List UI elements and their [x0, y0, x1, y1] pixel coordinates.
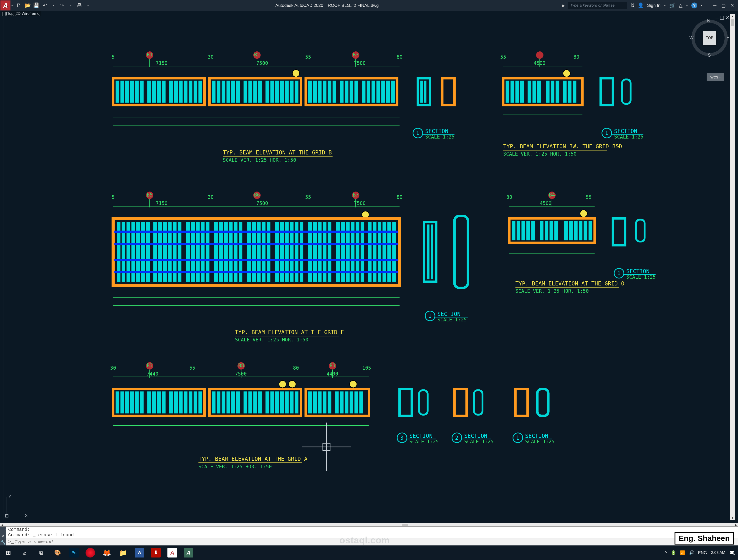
- svg-text:7500: 7500: [256, 60, 268, 66]
- explorer-app-icon[interactable]: 📁: [118, 548, 128, 557]
- svg-rect-173: [564, 221, 568, 240]
- help-icon[interactable]: ?: [691, 3, 697, 8]
- user-icon[interactable]: 👤: [638, 3, 644, 8]
- app-logo[interactable]: A: [0, 0, 10, 10]
- start-button[interactable]: ⊞: [4, 548, 13, 557]
- cmd-close-icon[interactable]: ×: [2, 534, 5, 538]
- faded-brand-label: ostaql.com: [339, 535, 390, 545]
- autocad-alt-app-icon[interactable]: A: [184, 548, 194, 557]
- svg-text:80: 80: [397, 194, 403, 200]
- svg-text:1: 1: [617, 270, 621, 276]
- svg-point-201: [289, 381, 296, 388]
- open-file-icon[interactable]: 📂: [24, 2, 31, 9]
- svg-rect-66: [622, 79, 631, 104]
- svg-point-162: [580, 210, 587, 217]
- svg-text:B7: B7: [353, 192, 359, 198]
- svg-text:5: 5: [112, 54, 115, 60]
- volume-icon[interactable]: 🔊: [689, 550, 694, 555]
- svg-text:SECTION: SECTION: [525, 433, 548, 439]
- viewcube-north[interactable]: N: [707, 18, 710, 23]
- svg-rect-164: [512, 221, 515, 240]
- svg-text:3: 3: [400, 435, 404, 441]
- print-icon[interactable]: 🖶: [75, 2, 83, 9]
- svg-text:5: 5: [112, 194, 115, 200]
- svg-text:80: 80: [574, 54, 580, 60]
- redo-icon[interactable]: ↷: [58, 2, 66, 9]
- drawing-canvas[interactable]: ─ ❐ ✕ ▲ ▼: [0, 11, 738, 523]
- taskbar-clock[interactable]: 2:03 AM: [711, 550, 725, 555]
- svg-text:4500: 4500: [540, 200, 552, 206]
- app-store-icon[interactable]: △: [679, 3, 683, 8]
- a360-icon[interactable]: ⇅: [630, 3, 635, 8]
- svg-rect-56: [520, 81, 524, 103]
- command-placeholder: Type a command: [15, 539, 53, 545]
- sign-in-label[interactable]: Sign In: [647, 3, 660, 8]
- title-center: Autodesk AutoCAD 2020 ROOF BLG.#2 FINAL.…: [92, 3, 562, 8]
- svg-text:SCALE     1:25: SCALE 1:25: [626, 274, 656, 280]
- word-app-icon[interactable]: W: [135, 548, 144, 557]
- save-file-icon[interactable]: 💾: [32, 2, 40, 9]
- acrobat-app-icon[interactable]: ⬇: [151, 548, 160, 557]
- hscroll-right-icon[interactable]: ▶: [734, 523, 738, 527]
- cmd-settings-icon[interactable]: 🔧: [1, 540, 6, 545]
- hscroll-thumb[interactable]: [402, 524, 408, 526]
- svg-rect-209: [335, 392, 339, 413]
- notifications-icon[interactable]: 💬5: [729, 550, 734, 555]
- help-caret-icon[interactable]: ▼: [700, 4, 703, 7]
- firefox-app-icon[interactable]: 🦊: [102, 548, 111, 557]
- svg-text:SCALE     1:25: SCALE 1:25: [425, 134, 454, 140]
- language-indicator[interactable]: ENG: [698, 550, 707, 555]
- svg-rect-165: [517, 221, 520, 240]
- svg-text:SCALE VER. 1:25 HOR. 1:50: SCALE VER. 1:25 HOR. 1:50: [515, 288, 589, 294]
- svg-text:SCALE VER. 1:25 HOR. 1:50: SCALE VER. 1:25 HOR. 1:50: [503, 151, 577, 157]
- viewcube-face[interactable]: TOP: [703, 31, 716, 45]
- hscrollbar[interactable]: ◀ ▶: [0, 523, 738, 526]
- undo-caret-icon[interactable]: ▼: [50, 2, 57, 9]
- viewcube-west[interactable]: W: [689, 35, 694, 40]
- appstore-caret-icon[interactable]: ▼: [686, 4, 688, 7]
- hscroll-left-icon[interactable]: ◀: [0, 523, 4, 527]
- exchange-icon[interactable]: 🛒: [669, 3, 675, 8]
- new-file-icon[interactable]: 🗋: [15, 2, 23, 9]
- svg-rect-171: [549, 221, 553, 240]
- viewcube-east[interactable]: E: [726, 35, 729, 40]
- title-right-tools: ▶ Type a keyword or phrase ⇅ 👤 Sign In ▼…: [562, 2, 738, 9]
- window-buttons: ─ ▢ ✕: [711, 2, 736, 9]
- svg-text:7440: 7440: [147, 371, 158, 377]
- clock-time: 2:03 AM: [711, 550, 725, 555]
- vscrollbar[interactable]: ▲ ▼: [730, 14, 735, 520]
- svg-rect-214: [359, 392, 363, 413]
- qat-more-caret-icon[interactable]: ▼: [84, 2, 92, 9]
- tray-expand-icon[interactable]: ^: [665, 550, 667, 555]
- wifi-icon[interactable]: 📶: [680, 550, 685, 555]
- svg-rect-61: [551, 81, 555, 103]
- svg-rect-221: [419, 390, 428, 415]
- svg-rect-205: [313, 392, 317, 413]
- wcs-toggle[interactable]: WCS ▾: [707, 73, 724, 81]
- battery-icon[interactable]: 🔋: [671, 550, 676, 555]
- taskview-icon[interactable]: ⧉: [36, 548, 46, 557]
- opera-app-icon[interactable]: [85, 548, 95, 557]
- autocad-app-icon[interactable]: A: [167, 548, 177, 557]
- paint-app-icon[interactable]: 🎨: [53, 548, 62, 557]
- search-input[interactable]: Type a keyword or phrase: [568, 2, 627, 9]
- svg-text:SECTION: SECTION: [626, 268, 650, 274]
- maximize-button[interactable]: ▢: [719, 2, 728, 9]
- viewcube[interactable]: TOP N S E W: [690, 19, 729, 57]
- redo-caret-icon[interactable]: ▼: [67, 2, 75, 9]
- svg-rect-57: [527, 81, 531, 103]
- undo-icon[interactable]: ↶: [41, 2, 49, 9]
- viewport-control-label[interactable]: [–][Top][2D Wireframe]: [1, 11, 41, 16]
- svg-rect-207: [323, 392, 326, 413]
- minimize-button[interactable]: ─: [711, 2, 719, 9]
- search-icon[interactable]: ⌕: [20, 548, 30, 557]
- signin-caret-icon[interactable]: ▼: [664, 4, 666, 7]
- search-expand-icon[interactable]: ▶: [562, 3, 565, 8]
- viewcube-south[interactable]: S: [708, 53, 711, 58]
- svg-rect-55: [515, 81, 519, 103]
- close-button[interactable]: ✕: [728, 2, 736, 9]
- svg-text:7150: 7150: [156, 60, 168, 66]
- photoshop-app-icon[interactable]: Ps: [69, 548, 79, 557]
- app-menu-caret-icon[interactable]: ▼: [10, 4, 14, 7]
- svg-text:B1: B1: [147, 52, 153, 58]
